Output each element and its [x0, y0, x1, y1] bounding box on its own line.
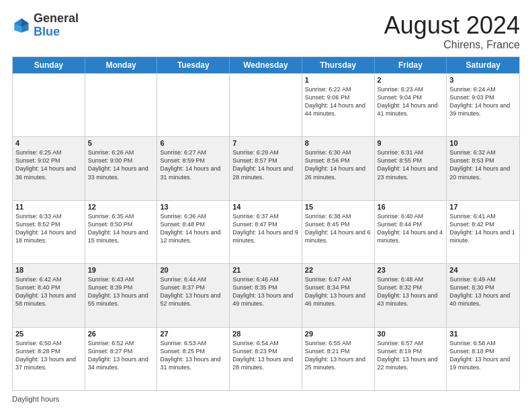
calendar-cell: 3Sunrise: 6:24 AM Sunset: 9:03 PM Daylig…: [447, 74, 519, 136]
calendar-cell: [85, 74, 158, 136]
day-number: 21: [232, 266, 299, 274]
day-info: Sunrise: 6:30 AM Sunset: 8:56 PM Dayligh…: [305, 148, 371, 181]
day-number: 29: [305, 330, 371, 338]
day-info: Sunrise: 6:47 AM Sunset: 8:34 PM Dayligh…: [305, 275, 371, 308]
calendar-cell: 4Sunrise: 6:25 AM Sunset: 9:02 PM Daylig…: [13, 137, 85, 199]
calendar-cell: 25Sunrise: 6:50 AM Sunset: 8:28 PM Dayli…: [13, 328, 85, 390]
day-info: Sunrise: 6:31 AM Sunset: 8:55 PM Dayligh…: [378, 148, 444, 181]
day-number: 26: [88, 330, 154, 338]
calendar-row-4: 18Sunrise: 6:42 AM Sunset: 8:40 PM Dayli…: [13, 263, 519, 326]
calendar-cell: 14Sunrise: 6:37 AM Sunset: 8:47 PM Dayli…: [230, 201, 302, 263]
calendar-cell: 24Sunrise: 6:49 AM Sunset: 8:30 PM Dayli…: [447, 264, 519, 326]
calendar-cell: 27Sunrise: 6:53 AM Sunset: 8:25 PM Dayli…: [157, 328, 230, 390]
day-info: Sunrise: 6:38 AM Sunset: 8:45 PM Dayligh…: [305, 212, 371, 245]
day-info: Sunrise: 6:55 AM Sunset: 8:21 PM Dayligh…: [305, 339, 371, 372]
footer: Daylight hours: [12, 395, 520, 403]
calendar-cell: 11Sunrise: 6:33 AM Sunset: 8:52 PM Dayli…: [13, 201, 85, 263]
day-info: Sunrise: 6:42 AM Sunset: 8:40 PM Dayligh…: [15, 275, 82, 308]
header-day-monday: Monday: [85, 57, 158, 73]
day-number: 14: [232, 203, 299, 211]
day-number: 6: [160, 139, 226, 147]
calendar-cell: 23Sunrise: 6:48 AM Sunset: 8:32 PM Dayli…: [375, 264, 447, 326]
day-info: Sunrise: 6:44 AM Sunset: 8:37 PM Dayligh…: [160, 275, 226, 308]
day-number: 20: [160, 266, 226, 274]
day-info: Sunrise: 6:54 AM Sunset: 8:23 PM Dayligh…: [232, 339, 299, 372]
day-number: 4: [15, 139, 82, 147]
day-number: 17: [449, 203, 517, 211]
day-number: 2: [378, 76, 444, 84]
logo-blue-text: Blue: [34, 25, 60, 38]
day-info: Sunrise: 6:23 AM Sunset: 9:04 PM Dayligh…: [378, 85, 444, 118]
calendar-cell: 28Sunrise: 6:54 AM Sunset: 8:23 PM Dayli…: [230, 328, 302, 390]
location: Chirens, France: [384, 39, 520, 51]
day-info: Sunrise: 6:33 AM Sunset: 8:52 PM Dayligh…: [15, 212, 82, 245]
day-info: Sunrise: 6:46 AM Sunset: 8:35 PM Dayligh…: [232, 275, 299, 308]
calendar-cell: 20Sunrise: 6:44 AM Sunset: 8:37 PM Dayli…: [157, 264, 230, 326]
day-info: Sunrise: 6:48 AM Sunset: 8:32 PM Dayligh…: [378, 275, 444, 308]
day-number: 9: [378, 139, 444, 147]
calendar-cell: 26Sunrise: 6:52 AM Sunset: 8:27 PM Dayli…: [85, 328, 158, 390]
day-number: 28: [232, 330, 299, 338]
day-info: Sunrise: 6:40 AM Sunset: 8:44 PM Dayligh…: [378, 212, 444, 245]
header: General Blue August 2024 Chirens, France: [12, 12, 520, 51]
logo-general: General: [34, 11, 79, 25]
day-info: Sunrise: 6:50 AM Sunset: 8:28 PM Dayligh…: [15, 339, 82, 372]
calendar-cell: 9Sunrise: 6:31 AM Sunset: 8:55 PM Daylig…: [375, 137, 447, 199]
calendar-header: SundayMondayTuesdayWednesdayThursdayFrid…: [13, 57, 519, 73]
day-number: 31: [449, 330, 517, 338]
day-info: Sunrise: 6:36 AM Sunset: 8:48 PM Dayligh…: [160, 212, 226, 245]
calendar-cell: [13, 74, 85, 136]
day-number: 3: [449, 76, 517, 84]
day-info: Sunrise: 6:29 AM Sunset: 8:57 PM Dayligh…: [232, 148, 299, 181]
footer-label: Daylight hours: [12, 395, 59, 403]
day-number: 1: [305, 76, 371, 84]
day-number: 16: [378, 203, 444, 211]
header-day-saturday: Saturday: [447, 57, 519, 73]
day-info: Sunrise: 6:22 AM Sunset: 9:06 PM Dayligh…: [305, 85, 371, 118]
day-number: 5: [88, 139, 154, 147]
calendar-cell: 10Sunrise: 6:32 AM Sunset: 8:53 PM Dayli…: [447, 137, 519, 199]
day-info: Sunrise: 6:26 AM Sunset: 9:00 PM Dayligh…: [88, 148, 154, 181]
calendar-cell: 5Sunrise: 6:26 AM Sunset: 9:00 PM Daylig…: [85, 137, 158, 199]
day-info: Sunrise: 6:43 AM Sunset: 8:39 PM Dayligh…: [88, 275, 154, 308]
calendar-cell: 13Sunrise: 6:36 AM Sunset: 8:48 PM Dayli…: [157, 201, 230, 263]
calendar-cell: 7Sunrise: 6:29 AM Sunset: 8:57 PM Daylig…: [230, 137, 302, 199]
logo-icon: [12, 16, 31, 35]
calendar-cell: 8Sunrise: 6:30 AM Sunset: 8:56 PM Daylig…: [302, 137, 375, 199]
logo-text: General Blue: [34, 12, 79, 39]
day-number: 22: [305, 266, 371, 274]
calendar-cell: 29Sunrise: 6:55 AM Sunset: 8:21 PM Dayli…: [302, 328, 375, 390]
day-number: 12: [88, 203, 154, 211]
logo: General Blue: [12, 12, 79, 39]
day-number: 24: [449, 266, 517, 274]
calendar-cell: 12Sunrise: 6:35 AM Sunset: 8:50 PM Dayli…: [85, 201, 158, 263]
day-number: 19: [88, 266, 154, 274]
day-info: Sunrise: 6:25 AM Sunset: 9:02 PM Dayligh…: [15, 148, 82, 181]
calendar-cell: 22Sunrise: 6:47 AM Sunset: 8:34 PM Dayli…: [302, 264, 375, 326]
header-day-friday: Friday: [375, 57, 447, 73]
day-info: Sunrise: 6:57 AM Sunset: 8:19 PM Dayligh…: [378, 339, 444, 372]
page: General Blue August 2024 Chirens, France…: [0, 0, 532, 411]
day-number: 23: [378, 266, 444, 274]
day-number: 15: [305, 203, 371, 211]
header-day-tuesday: Tuesday: [157, 57, 230, 73]
calendar-cell: 18Sunrise: 6:42 AM Sunset: 8:40 PM Dayli…: [13, 264, 85, 326]
day-info: Sunrise: 6:32 AM Sunset: 8:53 PM Dayligh…: [449, 148, 517, 181]
header-day-sunday: Sunday: [13, 57, 85, 73]
day-number: 10: [449, 139, 517, 147]
calendar-cell: 1Sunrise: 6:22 AM Sunset: 9:06 PM Daylig…: [302, 74, 375, 136]
calendar-cell: 19Sunrise: 6:43 AM Sunset: 8:39 PM Dayli…: [85, 264, 158, 326]
day-info: Sunrise: 6:27 AM Sunset: 8:59 PM Dayligh…: [160, 148, 226, 181]
month-title: August 2024: [384, 12, 520, 39]
calendar-cell: 17Sunrise: 6:41 AM Sunset: 8:42 PM Dayli…: [447, 201, 519, 263]
calendar-cell: [157, 74, 230, 136]
title-block: August 2024 Chirens, France: [384, 12, 520, 51]
day-number: 7: [232, 139, 299, 147]
calendar-body: 1Sunrise: 6:22 AM Sunset: 9:06 PM Daylig…: [13, 73, 519, 390]
day-info: Sunrise: 6:24 AM Sunset: 9:03 PM Dayligh…: [449, 85, 517, 118]
calendar-row-5: 25Sunrise: 6:50 AM Sunset: 8:28 PM Dayli…: [13, 327, 519, 390]
calendar-cell: 2Sunrise: 6:23 AM Sunset: 9:04 PM Daylig…: [375, 74, 447, 136]
calendar-cell: 30Sunrise: 6:57 AM Sunset: 8:19 PM Dayli…: [375, 328, 447, 390]
calendar-cell: 6Sunrise: 6:27 AM Sunset: 8:59 PM Daylig…: [157, 137, 230, 199]
calendar: SundayMondayTuesdayWednesdayThursdayFrid…: [12, 56, 520, 391]
